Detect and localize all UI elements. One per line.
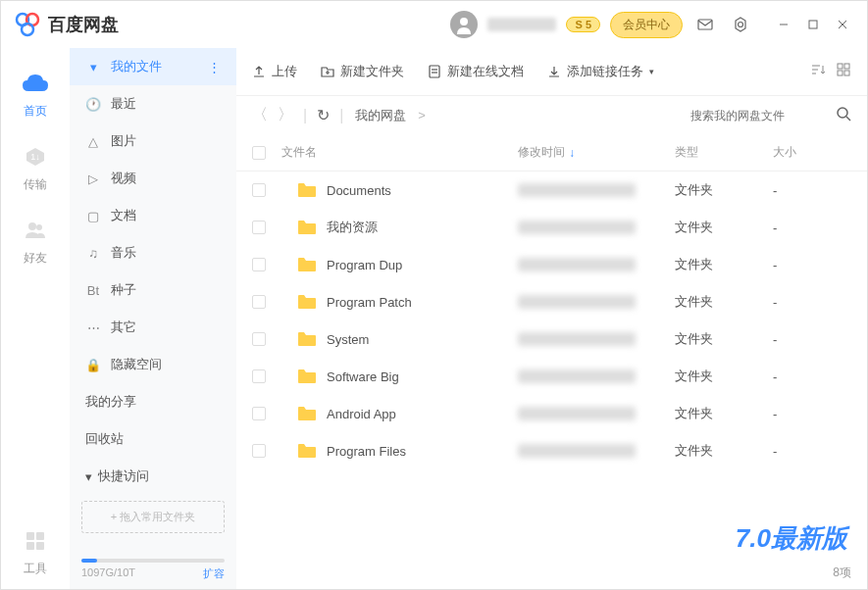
file-row[interactable]: Program Patch 文件夹 - [236,283,867,320]
vip-button[interactable]: 会员中心 [610,12,683,38]
breadcrumb-root[interactable]: 我的网盘 [355,107,406,124]
column-name[interactable]: 文件名 [281,144,518,161]
file-row[interactable]: Program Files 文件夹 - [236,432,867,469]
file-row[interactable]: Program Dup 文件夹 - [236,246,867,283]
coin-badge[interactable]: S 5 [566,17,600,32]
sidebar-item-label: 视频 [111,170,136,187]
sidebar-item-my-files[interactable]: ▾我的文件⋮ [70,48,236,85]
file-date-blurred [518,258,636,271]
file-type: 文件夹 [675,219,773,236]
row-checkbox[interactable] [252,221,266,234]
friends-icon [20,215,51,246]
more-icon[interactable]: ⋮ [208,60,221,74]
sidebar-item-other[interactable]: ⋯其它 [70,309,236,346]
nav-forward-icon[interactable]: 〉 [278,105,293,125]
svg-rect-25 [838,64,842,69]
sidebar-recycle[interactable]: 回收站 [70,420,236,458]
file-type: 文件夹 [675,256,773,273]
nav-tools[interactable]: 工具 [20,525,51,577]
file-date-blurred [518,332,636,346]
file-row[interactable]: 我的资源 文件夹 - [236,209,867,246]
new-doc-button[interactable]: 新建在线文档 [428,63,524,80]
seeds-icon: Bt [85,283,101,298]
folder-icon [297,257,317,272]
username-blurred [487,18,556,31]
sidebar-item-hidden[interactable]: 🔒隐藏空间 [70,346,236,383]
file-row[interactable]: Software Big 文件夹 - [236,358,867,395]
avatar-icon [454,15,474,34]
svg-rect-16 [36,532,44,540]
new-folder-button[interactable]: 新建文件夹 [321,63,404,80]
refresh-icon[interactable]: ↻ [317,106,330,124]
sidebar-item-music[interactable]: ♫音乐 [70,234,236,271]
file-row[interactable]: System 文件夹 - [236,320,867,358]
svg-rect-26 [844,64,849,69]
watermark: 7.0最新版 [736,521,847,556]
my-files-icon: ▾ [85,60,101,74]
upload-button[interactable]: 上传 [252,63,297,80]
logo-icon [13,10,42,39]
file-row[interactable]: Documents 文件夹 - [236,172,867,209]
svg-rect-8 [809,21,817,28]
add-link-button[interactable]: 添加链接任务 ▾ [547,63,654,80]
sort-icon[interactable] [810,62,826,81]
file-date-blurred [518,407,636,420]
grid-view-icon[interactable] [836,62,851,81]
nav-tools-label: 工具 [24,561,47,577]
search-icon[interactable] [836,106,851,125]
expand-storage-link[interactable]: 扩容 [203,566,225,581]
sidebar-item-images[interactable]: △图片 [70,123,236,160]
settings-icon[interactable] [728,12,753,37]
sidebar-my-share[interactable]: 我的分享 [70,383,236,420]
row-checkbox[interactable] [252,332,266,346]
svg-text:1↓: 1↓ [30,152,40,162]
row-checkbox[interactable] [252,295,266,309]
row-checkbox[interactable] [252,407,266,420]
docs-icon: ▢ [85,209,101,223]
column-type[interactable]: 类型 [675,144,773,161]
folder-icon [297,331,317,347]
sidebar-item-docs[interactable]: ▢文档 [70,197,236,234]
file-name: Software Big [327,369,399,384]
sidebar-item-label: 图片 [111,132,136,150]
minimize-button[interactable] [771,12,796,37]
row-checkbox[interactable] [252,369,266,383]
row-checkbox[interactable] [252,444,266,458]
storage-text: 1097G/10T [81,566,135,581]
upload-icon [252,65,266,78]
close-button[interactable] [830,12,855,37]
svg-point-6 [739,23,743,27]
mail-icon[interactable] [692,12,718,37]
nav-transfer[interactable]: 1↓ 传输 [20,141,51,193]
column-size[interactable]: 大小 [773,144,851,161]
svg-rect-27 [838,71,842,75]
videos-icon: ▷ [85,172,101,186]
file-row[interactable]: Android App 文件夹 - [236,395,867,432]
file-size: - [773,444,851,459]
file-date-blurred [518,295,636,309]
sidebar-quick-access[interactable]: ▾ 快捷访问 [70,458,236,495]
sidebar-item-videos[interactable]: ▷视频 [70,160,236,197]
folder-icon [297,220,317,235]
transfer-icon: 1↓ [20,141,51,172]
search-input[interactable] [690,109,828,123]
row-checkbox[interactable] [252,258,266,271]
nav-friends[interactable]: 好友 [20,215,51,267]
user-avatar[interactable] [450,11,478,38]
row-checkbox[interactable] [252,183,266,197]
sidebar-dropbox[interactable]: + 拖入常用文件夹 [81,501,225,533]
nav-home[interactable]: 首页 [20,68,51,120]
sidebar-item-label: 最近 [111,95,136,113]
maximize-button[interactable] [800,12,826,37]
sidebar-item-recent[interactable]: 🕐最近 [70,85,236,123]
sidebar-item-seeds[interactable]: Bt种子 [70,271,236,309]
app-logo[interactable]: 百度网盘 [13,10,119,39]
svg-marker-5 [736,18,745,31]
file-type: 文件夹 [675,181,773,199]
select-all-checkbox[interactable] [252,146,266,160]
file-type: 文件夹 [675,330,773,348]
file-date-blurred [518,369,636,383]
svg-rect-18 [36,542,44,550]
column-time[interactable]: 修改时间 ↓ [518,144,675,161]
nav-back-icon[interactable]: 〈 [252,105,268,125]
